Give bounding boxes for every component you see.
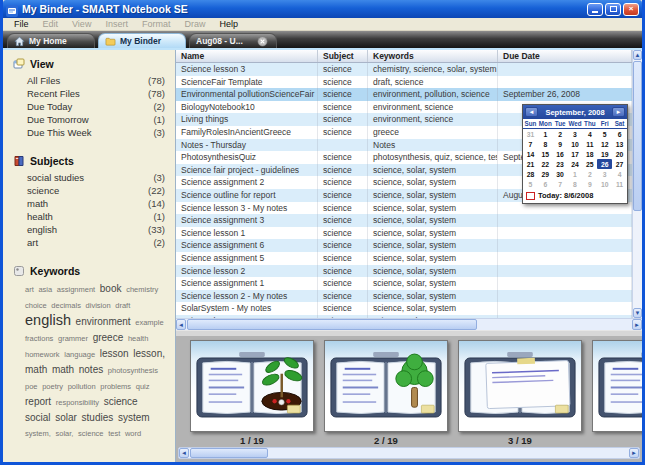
tab-aug08-u[interactable]: Aug08 - U... bbox=[189, 33, 277, 48]
keyword-tag[interactable]: pollution bbox=[68, 382, 96, 391]
calendar-selected-date[interactable]: 26 bbox=[597, 159, 612, 169]
keyword-tag[interactable]: word bbox=[125, 429, 141, 438]
keyword-tag[interactable]: poetry bbox=[42, 382, 63, 391]
calendar-date[interactable]: 9 bbox=[553, 139, 568, 149]
horizontal-scrollbar[interactable]: ◄ ► bbox=[176, 318, 642, 330]
page-thumbnail-plain[interactable] bbox=[592, 340, 642, 432]
keyword-tag[interactable]: solar, bbox=[55, 429, 73, 438]
tab-close-icon[interactable] bbox=[257, 36, 268, 47]
calendar-date[interactable]: 28 bbox=[523, 169, 538, 179]
menu-draw[interactable]: Draw bbox=[177, 19, 212, 29]
calendar-date[interactable]: 6 bbox=[538, 179, 553, 189]
keyword-tag[interactable]: greece bbox=[93, 332, 124, 343]
keyword-tag[interactable]: system, bbox=[25, 429, 51, 438]
keyword-tag[interactable]: quiz bbox=[136, 382, 150, 391]
keyword-tag[interactable]: art bbox=[25, 285, 34, 294]
keyword-tag[interactable]: english bbox=[25, 312, 71, 328]
subject-item-health[interactable]: health(1) bbox=[13, 210, 167, 223]
tab-my-home[interactable]: My Home bbox=[7, 33, 95, 48]
column-header-due-date[interactable]: Due Date bbox=[498, 50, 632, 62]
keyword-tag[interactable]: studies bbox=[82, 412, 114, 423]
view-item-due-this-week[interactable]: Due This Week(3) bbox=[13, 126, 167, 139]
calendar-date[interactable]: 10 bbox=[597, 179, 612, 189]
calendar-date[interactable]: 4 bbox=[582, 129, 597, 139]
menu-insert[interactable]: Insert bbox=[98, 19, 135, 29]
keyword-tag[interactable]: math bbox=[52, 364, 74, 375]
keyword-tag[interactable]: draft bbox=[115, 301, 130, 310]
page-thumbnail-plant[interactable] bbox=[190, 340, 314, 432]
keyword-tag[interactable]: problems bbox=[100, 382, 131, 391]
menu-format[interactable]: Format bbox=[135, 19, 178, 29]
calendar-prev-button[interactable]: ◄ bbox=[525, 107, 538, 117]
keyword-tag[interactable]: lesson bbox=[100, 348, 129, 359]
calendar-date[interactable]: 8 bbox=[568, 179, 583, 189]
menu-view[interactable]: View bbox=[65, 19, 98, 29]
calendar-date[interactable]: 5 bbox=[523, 179, 538, 189]
calendar-date[interactable]: 27 bbox=[612, 159, 627, 169]
calendar-date[interactable]: 29 bbox=[538, 169, 553, 179]
subject-item-science[interactable]: science(22) bbox=[13, 184, 167, 197]
calendar-date[interactable]: 8 bbox=[538, 139, 553, 149]
keyword-tag[interactable]: division bbox=[86, 301, 111, 310]
calendar-date[interactable]: 2 bbox=[582, 169, 597, 179]
calendar-date[interactable]: 4 bbox=[612, 169, 627, 179]
calendar-date[interactable]: 1 bbox=[538, 129, 553, 139]
minimize-button[interactable] bbox=[587, 3, 603, 16]
keyword-tag[interactable]: math bbox=[25, 364, 47, 375]
keyword-tag[interactable]: language bbox=[64, 350, 95, 359]
column-header-subject[interactable]: Subject bbox=[318, 50, 368, 62]
keyword-tag[interactable]: homework bbox=[25, 350, 60, 359]
menu-edit[interactable]: Edit bbox=[36, 19, 66, 29]
table-row[interactable]: Science assignment 6sciencescience, sola… bbox=[176, 239, 632, 252]
calendar-date[interactable]: 11 bbox=[582, 139, 597, 149]
thumbnails-scroll-thumb[interactable] bbox=[190, 448, 268, 458]
column-header-name[interactable]: Name bbox=[176, 50, 318, 62]
keyword-tag[interactable]: health bbox=[128, 334, 148, 343]
calendar-date[interactable]: 15 bbox=[538, 149, 553, 159]
table-row[interactable]: Science lesson 1sciencescience, solar, s… bbox=[176, 227, 632, 240]
calendar-date[interactable]: 21 bbox=[523, 159, 538, 169]
table-row[interactable]: Science lesson 2sciencescience, solar, s… bbox=[176, 265, 632, 278]
keyword-tag[interactable]: fractions bbox=[25, 334, 53, 343]
keyword-tag[interactable]: notes bbox=[79, 364, 103, 375]
keyword-tag[interactable]: photosynthesis bbox=[108, 366, 158, 375]
vertical-scroll-thumb[interactable] bbox=[633, 61, 642, 211]
calendar-date[interactable]: 13 bbox=[612, 139, 627, 149]
subject-item-art[interactable]: art(2) bbox=[13, 236, 167, 249]
keyword-tag[interactable]: chemistry bbox=[126, 285, 158, 294]
page-thumbnail-tree[interactable] bbox=[324, 340, 448, 432]
calendar-date[interactable]: 17 bbox=[568, 149, 583, 159]
scroll-down-button[interactable]: ▼ bbox=[633, 308, 642, 318]
horizontal-scroll-thumb[interactable] bbox=[187, 319, 477, 330]
thumbnails-scroll-left-button[interactable]: ◄ bbox=[179, 448, 189, 458]
scroll-up-button[interactable]: ▲ bbox=[633, 50, 642, 60]
calendar-date[interactable]: 3 bbox=[597, 169, 612, 179]
keyword-tag[interactable]: system bbox=[118, 412, 150, 423]
keyword-tag[interactable]: report bbox=[25, 396, 51, 407]
calendar-date[interactable]: 16 bbox=[553, 149, 568, 159]
keyword-tag[interactable]: example bbox=[135, 318, 163, 327]
calendar-date[interactable]: 11 bbox=[612, 179, 627, 189]
calendar-date[interactable]: 24 bbox=[568, 159, 583, 169]
keyword-tag[interactable]: environment bbox=[76, 316, 131, 327]
calendar-date[interactable]: 2 bbox=[553, 129, 568, 139]
calendar-date[interactable]: 20 bbox=[612, 149, 627, 159]
table-row[interactable]: SolarSystem - My notessciencescience, so… bbox=[176, 302, 632, 315]
view-item-due-today[interactable]: Due Today(2) bbox=[13, 100, 167, 113]
tab-my-binder[interactable]: My Binder bbox=[98, 33, 186, 48]
calendar-date[interactable]: 18 bbox=[582, 149, 597, 159]
keyword-tag[interactable]: grammer bbox=[58, 334, 88, 343]
keyword-tag[interactable]: science bbox=[78, 429, 103, 438]
table-row[interactable]: Science lesson 2 - My notessciencescienc… bbox=[176, 290, 632, 303]
subject-item-social-studies[interactable]: social studies(3) bbox=[13, 171, 167, 184]
keyword-tag[interactable]: test bbox=[108, 429, 120, 438]
calendar-date[interactable]: 31 bbox=[523, 129, 538, 139]
calendar-date[interactable]: 19 bbox=[597, 149, 612, 159]
table-row[interactable]: Science lesson 3sciencechemistry, scienc… bbox=[176, 63, 632, 76]
keyword-tag[interactable]: lesson, bbox=[133, 348, 165, 359]
keyword-tag[interactable]: responsibility bbox=[56, 398, 99, 407]
calendar-date[interactable]: 7 bbox=[523, 139, 538, 149]
calendar-date[interactable]: 25 bbox=[582, 159, 597, 169]
scroll-left-button[interactable]: ◄ bbox=[176, 319, 186, 330]
menu-help[interactable]: Help bbox=[212, 19, 245, 29]
